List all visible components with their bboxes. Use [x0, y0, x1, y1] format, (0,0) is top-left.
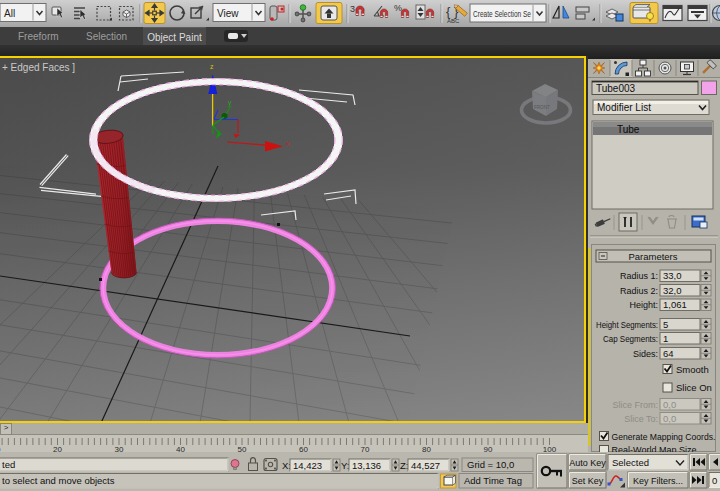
svg-text:View: View [217, 8, 239, 19]
svg-text:ted: ted [2, 459, 15, 470]
svg-text:Slice From:: Slice From: [612, 400, 658, 410]
svg-text:0: 0 [712, 475, 717, 486]
svg-text:Radius 2:: Radius 2: [620, 286, 658, 296]
svg-text:Radius 1:: Radius 1: [620, 271, 658, 281]
svg-text:1,061: 1,061 [663, 299, 687, 310]
svg-text:44,527: 44,527 [411, 460, 440, 471]
svg-text:13,136: 13,136 [352, 460, 381, 471]
svg-text:Slice On: Slice On [676, 382, 712, 393]
svg-text:Add Time Tag: Add Time Tag [464, 475, 522, 486]
svg-text:0,0: 0,0 [663, 399, 676, 410]
svg-text:Cap Segments:: Cap Segments: [603, 334, 658, 344]
svg-text:to select and move objects: to select and move objects [2, 475, 115, 486]
svg-text:Set Key: Set Key [572, 476, 604, 486]
svg-text:Z:: Z: [400, 460, 408, 471]
svg-text:33,0: 33,0 [663, 270, 682, 281]
svg-text:Y:: Y: [341, 460, 349, 471]
svg-text:Create Selection Se: Create Selection Se [473, 9, 531, 19]
svg-text:14,423: 14,423 [293, 460, 322, 471]
svg-text:0,0: 0,0 [663, 413, 676, 424]
svg-text:y: y [228, 99, 232, 107]
svg-text:Slice To:: Slice To: [624, 414, 658, 424]
svg-text:All: All [4, 8, 15, 19]
svg-text:Height:: Height: [629, 300, 658, 310]
svg-text:Height Segments:: Height Segments: [596, 320, 658, 330]
svg-text:32,0: 32,0 [663, 285, 682, 296]
svg-text:3: 3 [350, 4, 355, 14]
svg-text:FRONT: FRONT [534, 105, 550, 110]
svg-text:Sides:: Sides: [633, 349, 658, 359]
svg-text:Grid = 10,0: Grid = 10,0 [467, 459, 514, 470]
svg-text:64: 64 [663, 348, 674, 359]
svg-text:Selected: Selected [612, 457, 649, 468]
svg-text:5: 5 [663, 319, 668, 330]
svg-text:%: % [394, 3, 402, 13]
svg-text:Real-World Map Size: Real-World Map Size [612, 445, 697, 452]
svg-text:1: 1 [663, 333, 668, 344]
svg-text:x: x [286, 139, 290, 148]
svg-text:Smooth: Smooth [676, 364, 709, 375]
svg-text:Key Filters...: Key Filters... [633, 476, 683, 486]
svg-text:z: z [210, 63, 214, 70]
svg-text:Auto Key: Auto Key [569, 458, 606, 468]
svg-text:ABC: ABC [447, 18, 460, 24]
svg-text:Generate Mapping Coords.: Generate Mapping Coords. [612, 432, 716, 442]
